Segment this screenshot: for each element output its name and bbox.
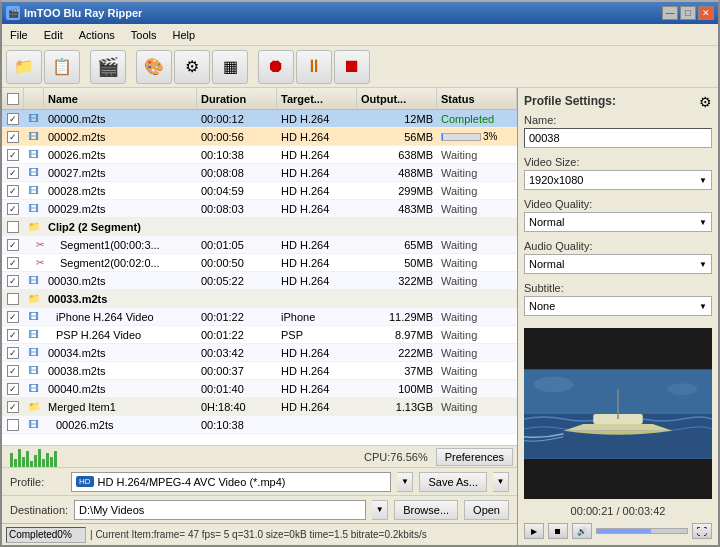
row-checkbox[interactable] (7, 239, 19, 251)
pause-btn[interactable]: ⏸ (296, 50, 332, 84)
row-check[interactable] (2, 329, 24, 341)
row-check[interactable] (2, 401, 24, 413)
info-btn[interactable]: 📋 (44, 50, 80, 84)
col-target[interactable]: Target... (277, 88, 357, 109)
dest-input[interactable]: D:\My Videos (74, 500, 366, 520)
table-row[interactable]: 🎞 00040.m2ts 00:01:40 HD H.264 100MB Wai… (2, 380, 517, 398)
play-button[interactable]: ▶ (524, 523, 544, 539)
row-checkbox[interactable] (7, 185, 19, 197)
menu-edit[interactable]: Edit (36, 24, 71, 45)
maximize-button[interactable]: □ (680, 6, 696, 20)
table-row[interactable]: 🎞 PSP H.264 Video 00:01:22 PSP 8.97MB Wa… (2, 326, 517, 344)
menu-file[interactable]: File (2, 24, 36, 45)
table-row[interactable]: 📁 00033.m2ts (2, 290, 517, 308)
open-button[interactable]: Open (464, 500, 509, 520)
row-checkbox[interactable] (7, 203, 19, 215)
row-check[interactable] (2, 221, 24, 233)
profile-dropdown-arrow[interactable]: ▼ (397, 472, 413, 492)
row-checkbox[interactable] (7, 383, 19, 395)
table-row[interactable]: 🎞 00029.m2ts 00:08:03 HD H.264 483MB Wai… (2, 200, 517, 218)
record-btn[interactable]: ⏺ (258, 50, 294, 84)
table-row[interactable]: 🎞 00028.m2ts 00:04:59 HD H.264 299MB Wai… (2, 182, 517, 200)
row-check[interactable] (2, 167, 24, 179)
row-checkbox[interactable] (7, 347, 19, 359)
save-as-button[interactable]: Save As... (419, 472, 487, 492)
row-check[interactable] (2, 257, 24, 269)
table-row[interactable]: 🎞 00038.m2ts 00:00:37 HD H.264 37MB Wait… (2, 362, 517, 380)
table-row[interactable]: 🎞 00026.m2ts 00:10:38 (2, 416, 517, 434)
fullscreen-button[interactable]: ⛶ (692, 523, 712, 539)
table-row[interactable]: 🎞 00034.m2ts 00:03:42 HD H.264 222MB Wai… (2, 344, 517, 362)
stop-btn[interactable]: ⏹ (334, 50, 370, 84)
row-checkbox[interactable] (7, 401, 19, 413)
menu-actions[interactable]: Actions (71, 24, 123, 45)
row-check[interactable] (2, 203, 24, 215)
row-checkbox[interactable] (7, 311, 19, 323)
browse-button[interactable]: Browse... (394, 500, 458, 520)
row-duration: 00:00:50 (197, 257, 277, 269)
row-checkbox[interactable] (7, 257, 19, 269)
stop-pb-button[interactable]: ⏹ (548, 523, 568, 539)
row-checkbox[interactable] (7, 275, 19, 287)
row-checkbox[interactable] (7, 419, 19, 431)
table-row[interactable]: 📁 Clip2 (2 Segment) (2, 218, 517, 236)
rp-videosize-select[interactable]: 1920x1080 ▼ (524, 170, 712, 190)
convert-btn[interactable]: 🎬 (90, 50, 126, 84)
row-check[interactable] (2, 365, 24, 377)
rp-name-input[interactable]: 00038 (524, 128, 712, 148)
row-checkbox[interactable] (7, 293, 19, 305)
col-name[interactable]: Name (44, 88, 197, 109)
row-check[interactable] (2, 383, 24, 395)
close-button[interactable]: ✕ (698, 6, 714, 20)
open-folder-btn[interactable]: 📁 (6, 50, 42, 84)
table-row[interactable]: 🎞 00000.m2ts 00:00:12 HD H.264 12MB Comp… (2, 110, 517, 128)
row-checkbox[interactable] (7, 149, 19, 161)
rp-settings-icon[interactable]: ⚙ (699, 94, 712, 110)
row-checkbox[interactable] (7, 365, 19, 377)
row-icon: 🎞 (24, 311, 44, 323)
row-check[interactable] (2, 275, 24, 287)
row-checkbox[interactable] (7, 167, 19, 179)
profile-select[interactable]: HD HD H.264/MPEG-4 AVC Video (*.mp4) (71, 472, 391, 492)
table-row[interactable]: ✂ Segment2(00:02:0... 00:00:50 HD H.264 … (2, 254, 517, 272)
row-check[interactable] (2, 239, 24, 251)
row-check[interactable] (2, 293, 24, 305)
rp-subtitle-select[interactable]: None ▼ (524, 296, 712, 316)
row-checkbox[interactable] (7, 131, 19, 143)
table-row[interactable]: 🎞 00026.m2ts 00:10:38 HD H.264 638MB Wai… (2, 146, 517, 164)
row-check[interactable] (2, 419, 24, 431)
menu-help[interactable]: Help (164, 24, 203, 45)
volume-slider[interactable] (596, 528, 688, 534)
table-row[interactable]: 📁 Merged Item1 0H:18:40 HD H.264 1.13GB … (2, 398, 517, 416)
table-row[interactable]: ✂ Segment1(00:00:3... 00:01:05 HD H.264 … (2, 236, 517, 254)
save-as-dropdown[interactable]: ▼ (493, 472, 509, 492)
file-list[interactable]: 🎞 00000.m2ts 00:00:12 HD H.264 12MB Comp… (2, 110, 517, 445)
rp-videoquality-select[interactable]: Normal ▼ (524, 212, 712, 232)
row-check[interactable] (2, 185, 24, 197)
dest-dropdown-arrow[interactable]: ▼ (372, 500, 388, 520)
col-output[interactable]: Output... (357, 88, 437, 109)
row-check[interactable] (2, 131, 24, 143)
minimize-button[interactable]: — (662, 6, 678, 20)
row-check[interactable] (2, 113, 24, 125)
col-status[interactable]: Status (437, 88, 517, 109)
col-duration[interactable]: Duration (197, 88, 277, 109)
rp-audioquality-select[interactable]: Normal ▼ (524, 254, 712, 274)
color-btn[interactable]: 🎨 (136, 50, 172, 84)
menu-tools[interactable]: Tools (123, 24, 165, 45)
preferences-button[interactable]: Preferences (436, 448, 513, 466)
header-checkbox[interactable] (7, 93, 19, 105)
table-row[interactable]: 🎞 00027.m2ts 00:08:08 HD H.264 488MB Wai… (2, 164, 517, 182)
grid-btn[interactable]: ▦ (212, 50, 248, 84)
row-checkbox[interactable] (7, 329, 19, 341)
table-row[interactable]: 🎞 00002.m2ts 00:00:56 HD H.264 56MB 3% (2, 128, 517, 146)
row-checkbox[interactable] (7, 221, 19, 233)
row-checkbox[interactable] (7, 113, 19, 125)
settings-btn[interactable]: ⚙ (174, 50, 210, 84)
row-check[interactable] (2, 311, 24, 323)
table-row[interactable]: 🎞 00030.m2ts 00:05:22 HD H.264 322MB Wai… (2, 272, 517, 290)
row-check[interactable] (2, 347, 24, 359)
table-row[interactable]: 🎞 iPhone H.264 Video 00:01:22 iPhone 11.… (2, 308, 517, 326)
row-check[interactable] (2, 149, 24, 161)
mute-button[interactable]: 🔊 (572, 523, 592, 539)
